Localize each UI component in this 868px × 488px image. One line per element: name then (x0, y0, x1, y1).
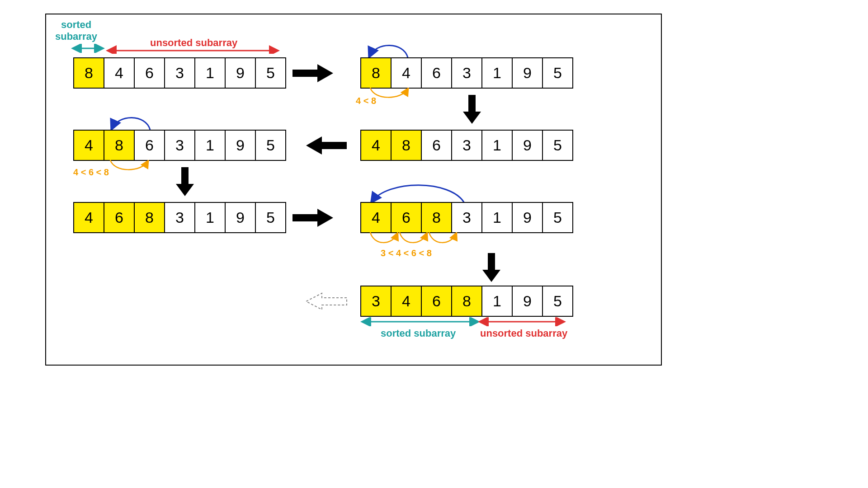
array-cell: 1 (194, 57, 226, 89)
array-cell: 4 (391, 57, 422, 89)
array-cell: 6 (104, 202, 135, 233)
array-cell: 3 (164, 202, 195, 233)
array-cell: 1 (481, 57, 513, 89)
array-cell: 1 (481, 286, 513, 317)
array-cell: 9 (512, 286, 543, 317)
array-cell: 6 (134, 130, 165, 161)
array-step4l: 4683195 (73, 202, 286, 233)
compare-label-1: 4 < 8 (356, 96, 376, 106)
array-cell: 8 (421, 202, 452, 233)
array-cell: 9 (225, 130, 256, 161)
sorted-label-line2: subarray (55, 31, 97, 42)
array-cell: 9 (225, 202, 256, 233)
array-step1: 8463195 (73, 57, 286, 89)
flow-arrow-right-2 (290, 208, 335, 228)
array-cell: 4 (73, 202, 104, 233)
flow-arrow-down-2 (175, 166, 195, 197)
array-step3l: 4863195 (73, 130, 286, 161)
array-cell: 8 (360, 57, 392, 89)
flow-arrow-right-1 (290, 63, 335, 83)
array-cell: 5 (542, 202, 573, 233)
array-cell: 8 (73, 57, 104, 89)
array-cell: 6 (391, 202, 422, 233)
flow-arrow-left-dashed (304, 291, 349, 311)
sorted-range-arrow-top (71, 44, 105, 53)
array-cell: 5 (255, 202, 286, 233)
array-cell: 5 (542, 57, 573, 89)
array-cell: 1 (481, 130, 513, 161)
array-step2: 8463195 (360, 57, 573, 89)
flow-arrow-down-3 (481, 252, 501, 283)
array-cell: 6 (134, 57, 165, 89)
compare-label-2: 4 < 6 < 8 (73, 167, 109, 178)
array-cell: 3 (164, 130, 195, 161)
array-cell: 5 (542, 130, 573, 161)
unsorted-label-bottom: unsorted subarray (480, 328, 567, 339)
array-cell: 1 (194, 130, 226, 161)
array-cell: 8 (134, 202, 165, 233)
array-cell: 8 (104, 130, 135, 161)
array-cell: 5 (255, 57, 286, 89)
flow-arrow-down-1 (462, 94, 482, 125)
array-cell: 1 (481, 202, 513, 233)
array-cell: 3 (360, 286, 392, 317)
array-step3r: 4863195 (360, 130, 573, 161)
array-cell: 9 (512, 57, 543, 89)
array-step5: 3468195 (360, 286, 573, 317)
sorted-label-bottom: sorted subarray (381, 328, 456, 339)
orange-arc-step3l (100, 160, 159, 176)
unsorted-range-arrow-top (106, 45, 280, 54)
array-cell: 6 (421, 57, 452, 89)
array-cell: 9 (225, 57, 256, 89)
sorted-range-arrow-bottom (360, 317, 480, 326)
blue-arc-step4r (360, 180, 473, 205)
array-cell: 9 (512, 202, 543, 233)
array-cell: 3 (451, 202, 482, 233)
blue-arc-step2 (358, 39, 417, 60)
array-cell: 1 (194, 202, 226, 233)
array-cell: 3 (164, 57, 195, 89)
array-cell: 4 (104, 57, 135, 89)
array-cell: 6 (421, 130, 452, 161)
array-step4r: 4683195 (360, 202, 573, 233)
array-cell: 4 (73, 130, 104, 161)
array-cell: 4 (360, 202, 392, 233)
array-cell: 5 (255, 130, 286, 161)
orange-arcs-step4r (360, 232, 478, 250)
compare-label-3: 3 < 4 < 6 < 8 (381, 248, 432, 258)
array-cell: 4 (360, 130, 392, 161)
array-cell: 8 (451, 286, 482, 317)
array-cell: 3 (451, 130, 482, 161)
unsorted-range-arrow-bottom (478, 317, 566, 326)
array-cell: 9 (512, 130, 543, 161)
array-cell: 8 (391, 130, 422, 161)
array-cell: 3 (451, 57, 482, 89)
blue-arc-step3l (100, 112, 159, 132)
array-cell: 4 (391, 286, 422, 317)
flow-arrow-left-1 (304, 136, 349, 155)
array-cell: 5 (542, 286, 573, 317)
diagram-frame: sorted subarray unsorted subarray 846319… (45, 14, 662, 366)
sorted-label-line1: sorted (61, 19, 91, 31)
array-cell: 6 (421, 286, 452, 317)
